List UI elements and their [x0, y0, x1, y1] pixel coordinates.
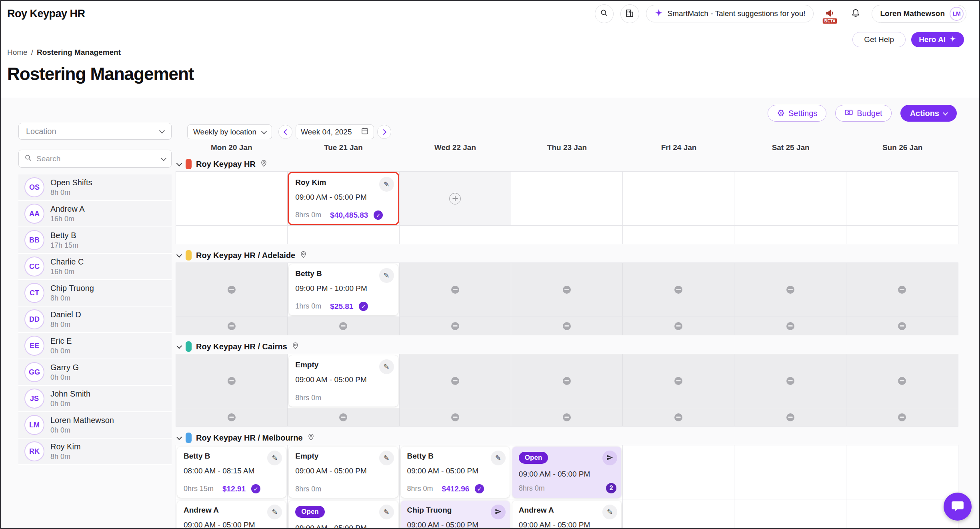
roster-cell[interactable]: [734, 226, 846, 244]
budget-button[interactable]: Budget: [835, 105, 891, 122]
shift-card-betty-b[interactable]: Betty B ✎ 08:00 AM - 08:15 AM 0hrs 15m $…: [177, 447, 286, 498]
week-picker[interactable]: Week 04, 2025: [296, 124, 374, 139]
roster-cell[interactable]: Betty B ✎ 09:00 PM - 10:00 PM 1hrs 0m $2…: [288, 263, 399, 317]
roster-cell[interactable]: Betty B ✎ 09:00 AM - 05:00 PM 8hrs 0m $4…: [400, 445, 511, 499]
employee-name: Betty B: [50, 231, 78, 240]
roster-cell[interactable]: Betty B ✎ 08:00 AM - 08:15 AM 0hrs 15m $…: [176, 445, 288, 499]
shift-card-andrew-a[interactable]: Andrew A ✎ 09:00 AM - 05:00 PM: [177, 501, 286, 529]
employee-row[interactable]: EE Eric E0h 0m: [18, 333, 172, 359]
chevron-down-icon: [943, 110, 948, 115]
open-shift-card[interactable]: Open ✎ 09:00 AM - 05:00 PM: [289, 501, 398, 529]
employee-row[interactable]: GG Garry G0h 0m: [18, 359, 172, 386]
employee-row[interactable]: AA Andrew A16h 0m: [18, 201, 172, 227]
hero-ai-button[interactable]: Hero AI: [911, 32, 964, 47]
roster-cell[interactable]: [846, 499, 958, 529]
collapse-chevron-icon[interactable]: [176, 252, 182, 258]
unavailable-cell: [846, 317, 958, 335]
shift-card-empty[interactable]: Empty ✎ 09:00 AM - 05:00 PM 8hrs 0m: [289, 447, 398, 498]
previous-week-button[interactable]: [278, 125, 292, 139]
roster-cell[interactable]: [511, 172, 623, 225]
edit-shift-button[interactable]: ✎: [267, 505, 282, 519]
roster-cell[interactable]: [846, 172, 958, 225]
employee-row[interactable]: DD Daniel D8h 0m: [18, 307, 172, 333]
roster-cell[interactable]: [400, 172, 511, 225]
edit-shift-button[interactable]: ✎: [379, 505, 394, 519]
roster-cell[interactable]: Open ✎ 09:00 AM - 05:00 PM: [288, 499, 399, 529]
smartmatch-button[interactable]: SmartMatch - Talent suggestions for you!: [646, 5, 814, 22]
edit-shift-button[interactable]: ✎: [267, 451, 282, 465]
settings-button[interactable]: ⚙ Settings: [768, 105, 826, 122]
roster-cell[interactable]: [623, 226, 734, 244]
roster-cell[interactable]: [400, 226, 511, 244]
roster-cell[interactable]: Open 09:00 AM - 05:00 PM 8hrs 0m 2: [511, 445, 623, 499]
search-input[interactable]: [36, 154, 157, 163]
section-label: Roy Keypay HR / Adelaide: [196, 251, 295, 260]
employee-row[interactable]: CC Charlie C16h 0m: [18, 254, 172, 280]
unavailable-cell: [734, 263, 846, 317]
employee-row[interactable]: CT Chip Truong8h 0m: [18, 280, 172, 307]
roster-cell[interactable]: [288, 226, 399, 244]
roster-cell[interactable]: Andrew A ✎ 09:00 AM - 05:00 PM: [176, 499, 288, 529]
employee-hours: 8h 0m: [50, 294, 94, 303]
roster-cell[interactable]: [623, 499, 734, 529]
shift-card-empty[interactable]: Empty ✎ 09:00 AM - 05:00 PM 8hrs 0m: [289, 355, 398, 407]
day-header: Fri 24 Jan: [623, 142, 735, 154]
employee-search[interactable]: [18, 150, 172, 168]
edit-shift-button[interactable]: ✎: [379, 268, 394, 283]
roster-cell[interactable]: [176, 226, 288, 244]
search-button[interactable]: [595, 4, 614, 23]
employee-row[interactable]: LM Loren Mathewson0h 0m: [18, 412, 172, 439]
shift-card-roy-kim[interactable]: Roy Kim ✎ 09:00 AM - 05:00 PM 8hrs 0m $4…: [289, 173, 398, 224]
roster-cell[interactable]: [623, 172, 734, 225]
shift-card-chip-truong[interactable]: Chip Truong 09:00 AM - 05:00 PM: [401, 501, 510, 529]
roster-cell[interactable]: Empty ✎ 09:00 AM - 05:00 PM 8hrs 0m: [288, 445, 399, 499]
actions-button[interactable]: Actions: [900, 105, 957, 122]
collapse-chevron-icon[interactable]: [176, 161, 182, 166]
edit-shift-button[interactable]: ✎: [379, 177, 394, 192]
edit-shift-button[interactable]: ✎: [491, 451, 506, 465]
unavailable-cell: [511, 354, 623, 408]
shift-card-andrew-a[interactable]: Andrew A ✎ 09:00 AM - 05:00 PM: [512, 501, 621, 529]
employee-row[interactable]: RK Roy Kim8h 0m: [18, 439, 172, 465]
roster-cell[interactable]: Andrew A ✎ 09:00 AM - 05:00 PM: [511, 499, 623, 529]
view-mode-select[interactable]: Weekly by location: [187, 124, 272, 139]
location-filter-select[interactable]: Location: [18, 123, 172, 140]
roster-cell[interactable]: [511, 226, 623, 244]
user-menu-button[interactable]: Loren Mathewson LM: [872, 5, 966, 23]
employee-row[interactable]: BB Betty B17h 15m: [18, 227, 172, 254]
search-icon: [600, 9, 608, 18]
next-week-button[interactable]: [377, 125, 391, 139]
shift-card-betty-b[interactable]: Betty B ✎ 09:00 AM - 05:00 PM 8hrs 0m $4…: [401, 447, 510, 498]
roster-cell[interactable]: Roy Kim ✎ 09:00 AM - 05:00 PM 8hrs 0m $4…: [288, 172, 399, 225]
roster-cell[interactable]: [734, 445, 846, 499]
chat-launcher-button[interactable]: [944, 493, 972, 521]
open-shift-card[interactable]: Open 09:00 AM - 05:00 PM 8hrs 0m 2: [512, 447, 621, 498]
employee-row[interactable]: JS John Smith0h 0m: [18, 386, 172, 412]
roster-cell[interactable]: Empty ✎ 09:00 AM - 05:00 PM 8hrs 0m: [288, 354, 399, 408]
publish-shift-button[interactable]: [491, 505, 506, 519]
edit-shift-button[interactable]: ✎: [379, 359, 394, 374]
roster-cell[interactable]: [176, 172, 288, 225]
roster-cell[interactable]: [734, 499, 846, 529]
roster-cell[interactable]: [734, 172, 846, 225]
organisation-button[interactable]: [620, 4, 639, 23]
employee-row-open-shifts[interactable]: OS Open Shifts8h 0m: [18, 174, 172, 201]
shift-card-betty-b[interactable]: Betty B ✎ 09:00 PM - 10:00 PM 1hrs 0m $2…: [289, 264, 398, 315]
unavailable-cell: [734, 354, 846, 408]
get-help-button[interactable]: Get Help: [852, 32, 906, 47]
roster-cell[interactable]: [623, 445, 734, 499]
collapse-chevron-icon[interactable]: [176, 435, 182, 440]
notifications-button[interactable]: [846, 4, 865, 23]
breadcrumb-home[interactable]: Home: [7, 48, 28, 57]
roster-cell[interactable]: [846, 445, 958, 499]
roster-cell[interactable]: [846, 226, 958, 244]
add-shift-button[interactable]: [449, 193, 461, 204]
edit-shift-button[interactable]: ✎: [602, 505, 617, 519]
roster-cell[interactable]: Chip Truong 09:00 AM - 05:00 PM: [400, 499, 511, 529]
check-icon: ✓: [376, 212, 381, 218]
beta-feature-button[interactable]: BETA: [820, 4, 839, 23]
publish-shift-button[interactable]: [602, 451, 617, 465]
edit-shift-button[interactable]: ✎: [379, 451, 394, 465]
section-header-melbourne: Roy Keypay HR / Melbourne: [176, 431, 958, 445]
collapse-chevron-icon[interactable]: [176, 343, 182, 349]
